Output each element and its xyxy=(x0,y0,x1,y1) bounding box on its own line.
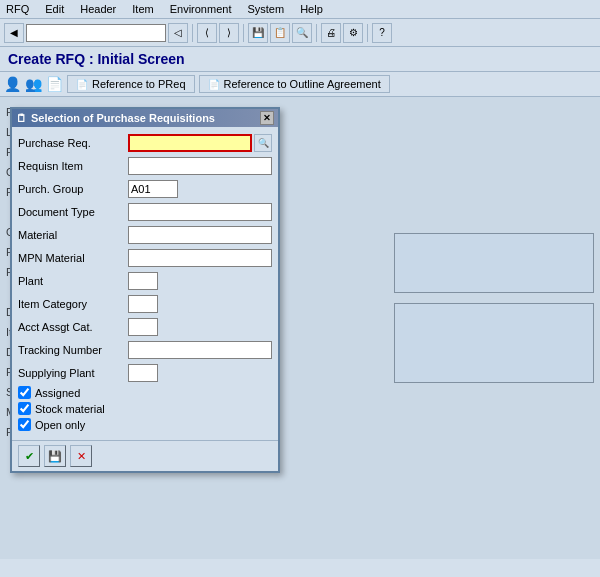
assigned-checkbox[interactable] xyxy=(18,386,31,399)
menu-item[interactable]: Item xyxy=(130,2,155,16)
print-btn[interactable]: 🖨 xyxy=(321,23,341,43)
tracking-number-label: Tracking Number xyxy=(18,344,128,356)
assigned-row: Assigned xyxy=(18,386,272,399)
page-title: Create RFQ : Initial Screen xyxy=(0,47,600,72)
material-input[interactable] xyxy=(128,226,272,244)
doc-type-input[interactable] xyxy=(128,203,272,221)
dialog-content: Purchase Req. 🔍 Requisn Item Purch. Grou… xyxy=(12,127,278,440)
plant-label: Plant xyxy=(18,275,128,287)
purchase-req-row: Purchase Req. 🔍 xyxy=(18,133,272,153)
selection-dialog: 🗒 Selection of Purchase Requisitions ✕ P… xyxy=(10,107,280,473)
doc-type-row: Document Type xyxy=(18,202,272,222)
doc-type-label: Document Type xyxy=(18,206,128,218)
tab-preq[interactable]: 📄 Reference to PReq xyxy=(67,75,195,93)
assigned-label: Assigned xyxy=(35,387,80,399)
right-panel xyxy=(394,103,594,387)
nav-prev-btn[interactable]: ⟨ xyxy=(197,23,217,43)
item-category-row: Item Category xyxy=(18,294,272,314)
dialog-titlebar: 🗒 Selection of Purchase Requisitions ✕ xyxy=(12,109,278,127)
purch-group-input[interactable] xyxy=(128,180,178,198)
person-icon: 👤 xyxy=(4,76,21,92)
separator-3 xyxy=(316,24,317,42)
save-btn[interactable]: 💾 xyxy=(248,23,268,43)
tab-bar: 👤 👥 📄 📄 Reference to PReq 📄 Reference to… xyxy=(0,72,600,97)
tracking-number-input[interactable] xyxy=(128,341,272,359)
cancel-dialog-btn[interactable]: ✕ xyxy=(70,445,92,467)
mpn-material-input[interactable] xyxy=(128,249,272,267)
back-button[interactable]: ◀ xyxy=(4,23,24,43)
toolbar: ◀ ◁ ⟨ ⟩ 💾 📋 🔍 🖨 ⚙ ? xyxy=(0,19,600,47)
material-label: Material xyxy=(18,229,128,241)
nav-back-btn[interactable]: ◁ xyxy=(168,23,188,43)
settings-btn[interactable]: ⚙ xyxy=(343,23,363,43)
acct-assgt-input[interactable] xyxy=(128,318,158,336)
purch-group-row: Purch. Group xyxy=(18,179,272,199)
dialog-footer: ✔ 💾 ✕ xyxy=(12,440,278,471)
tab-preq-label: Reference to PReq xyxy=(92,78,186,90)
tab-outline[interactable]: 📄 Reference to Outline Agreement xyxy=(199,75,390,93)
confirm-btn[interactable]: ✔ xyxy=(18,445,40,467)
mpn-material-label: MPN Material xyxy=(18,252,128,264)
purchase-req-search-btn[interactable]: 🔍 xyxy=(254,134,272,152)
menu-bar: RFQ Edit Header Item Environment System … xyxy=(0,0,600,19)
main-content: RFQ Type Language RFQ Date Quotation RFQ… xyxy=(0,97,600,559)
menu-edit[interactable]: Edit xyxy=(43,2,66,16)
group-icon: 👥 xyxy=(25,76,42,92)
requis-item-input[interactable] xyxy=(128,157,272,175)
save-dialog-btn[interactable]: 💾 xyxy=(44,445,66,467)
material-row: Material xyxy=(18,225,272,245)
acct-assgt-row: Acct Assgt Cat. xyxy=(18,317,272,337)
stock-material-label: Stock material xyxy=(35,403,105,415)
right-box-2 xyxy=(394,303,594,383)
dialog-titlebar-left: 🗒 Selection of Purchase Requisitions xyxy=(16,112,215,124)
toolbar-input[interactable] xyxy=(26,24,166,42)
item-category-label: Item Category xyxy=(18,298,128,310)
requis-item-label: Requisn Item xyxy=(18,160,128,172)
open-only-checkbox[interactable] xyxy=(18,418,31,431)
doc-icon: 📄 xyxy=(46,76,63,92)
plant-input[interactable] xyxy=(128,272,158,290)
purchase-req-input[interactable] xyxy=(128,134,252,152)
purchase-req-label: Purchase Req. xyxy=(18,137,128,149)
supplying-plant-input[interactable] xyxy=(128,364,158,382)
right-box-1 xyxy=(394,233,594,293)
separator-4 xyxy=(367,24,368,42)
dialog-close-btn[interactable]: ✕ xyxy=(260,111,274,125)
dialog-title-text: Selection of Purchase Requisitions xyxy=(31,112,215,124)
help-btn[interactable]: ? xyxy=(372,23,392,43)
tab-outline-icon: 📄 xyxy=(208,79,220,90)
dialog-title-icon: 🗒 xyxy=(16,112,27,124)
copy-btn[interactable]: 📋 xyxy=(270,23,290,43)
requis-item-row: Requisn Item xyxy=(18,156,272,176)
plant-row: Plant xyxy=(18,271,272,291)
menu-header[interactable]: Header xyxy=(78,2,118,16)
supplying-plant-row: Supplying Plant xyxy=(18,363,272,383)
open-only-row: Open only xyxy=(18,418,272,431)
menu-environment[interactable]: Environment xyxy=(168,2,234,16)
tab-outline-label: Reference to Outline Agreement xyxy=(224,78,381,90)
nav-next-btn[interactable]: ⟩ xyxy=(219,23,239,43)
separator-2 xyxy=(243,24,244,42)
separator-1 xyxy=(192,24,193,42)
menu-help[interactable]: Help xyxy=(298,2,325,16)
menu-system[interactable]: System xyxy=(245,2,286,16)
tab-preq-icon: 📄 xyxy=(76,79,88,90)
mpn-material-row: MPN Material xyxy=(18,248,272,268)
purch-group-label: Purch. Group xyxy=(18,183,128,195)
stock-material-checkbox[interactable] xyxy=(18,402,31,415)
item-category-input[interactable] xyxy=(128,295,158,313)
supplying-plant-label: Supplying Plant xyxy=(18,367,128,379)
menu-rfq[interactable]: RFQ xyxy=(4,2,31,16)
tracking-number-row: Tracking Number xyxy=(18,340,272,360)
open-only-label: Open only xyxy=(35,419,85,431)
acct-assgt-label: Acct Assgt Cat. xyxy=(18,321,128,333)
find-btn[interactable]: 🔍 xyxy=(292,23,312,43)
stock-material-row: Stock material xyxy=(18,402,272,415)
